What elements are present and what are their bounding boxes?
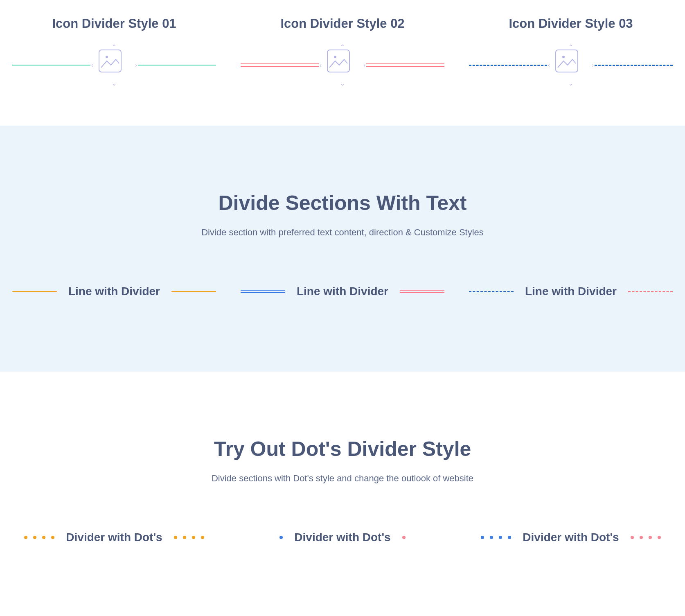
dot-icon <box>640 536 643 539</box>
dots-divider-section: Try Out Dot's Divider Style Divide secti… <box>0 372 685 569</box>
text-section-subtitle: Divide section with preferred text conte… <box>12 227 673 238</box>
dots-divider-row: Divider with Dot's Divider with Dot's <box>12 531 673 544</box>
text-divider-section: Divide Sections With Text Divide section… <box>0 126 685 372</box>
dot-icon <box>508 536 511 539</box>
chevron-down-icon: ⌄ <box>112 81 117 86</box>
text-divider-label: Line with Divider <box>525 285 617 298</box>
dot-icon <box>51 536 54 539</box>
text-divider-1: Line with Divider <box>12 285 216 298</box>
divider-line <box>595 65 673 66</box>
dots-divider-2: Divider with Dot's <box>241 531 444 544</box>
divider-line <box>12 65 90 65</box>
divider-line <box>241 290 285 293</box>
divider-line <box>469 291 514 292</box>
svg-point-3 <box>334 56 336 58</box>
icon-divider-1: ⌃ ⌄ ‹ › <box>12 50 216 81</box>
icon-divider-3: ⌃ ⌄ ‹ › <box>469 50 673 81</box>
svg-point-5 <box>562 56 565 58</box>
image-placeholder-icon[interactable]: ⌃ ⌄ ‹ › <box>555 50 586 81</box>
dot-icon <box>658 536 661 539</box>
svg-point-1 <box>106 56 108 58</box>
divider-line <box>171 291 216 292</box>
dot-icon <box>33 536 36 539</box>
chevron-left-icon: ‹ <box>320 62 322 68</box>
dots-right <box>174 536 204 539</box>
text-section-title: Divide Sections With Text <box>12 191 673 215</box>
icon-divider-col-2: Icon Divider Style 02 ⌃ ⌄ ‹ › <box>241 16 444 81</box>
dot-icon <box>24 536 27 539</box>
dot-icon <box>499 536 502 539</box>
icon-divider-col-3: Icon Divider Style 03 ⌃ ⌄ ‹ › <box>469 16 673 81</box>
chevron-down-icon: ⌄ <box>568 81 573 86</box>
text-divider-label: Line with Divider <box>297 285 388 298</box>
dots-right <box>631 536 661 539</box>
dot-icon <box>481 536 484 539</box>
dot-icon <box>402 536 406 539</box>
dots-right <box>402 536 406 539</box>
dot-icon <box>192 536 195 539</box>
icon-divider-2: ⌃ ⌄ ‹ › <box>241 50 444 81</box>
chevron-up-icon: ⌃ <box>568 44 573 50</box>
text-divider-row: Line with Divider Line with Divider Line… <box>12 285 673 298</box>
divider-line <box>628 291 673 292</box>
chevron-down-icon: ⌄ <box>340 81 345 86</box>
dots-divider-label: Divider with Dot's <box>523 531 619 544</box>
dots-left <box>279 536 283 539</box>
dots-divider-1: Divider with Dot's <box>12 531 216 544</box>
divider-line <box>366 63 444 67</box>
dots-left <box>24 536 54 539</box>
image-placeholder-icon[interactable]: ⌃ ⌄ ‹ › <box>327 50 358 81</box>
dots-divider-3: Divider with Dot's <box>469 531 673 544</box>
dots-section-title: Try Out Dot's Divider Style <box>12 437 673 461</box>
image-placeholder-icon[interactable]: ⌃ ⌄ ‹ › <box>99 50 130 81</box>
icon-divider-title-1: Icon Divider Style 01 <box>52 16 176 31</box>
svg-rect-0 <box>99 50 121 72</box>
icon-divider-row: Icon Divider Style 01 ⌃ ⌄ ‹ › <box>12 16 673 81</box>
icon-divider-section: Icon Divider Style 01 ⌃ ⌄ ‹ › <box>0 0 685 126</box>
divider-line <box>400 290 444 293</box>
chevron-left-icon: ‹ <box>91 62 93 68</box>
divider-line <box>12 291 57 292</box>
dot-icon <box>649 536 652 539</box>
chevron-up-icon: ⌃ <box>340 44 345 50</box>
dots-divider-label: Divider with Dot's <box>66 531 162 544</box>
dot-icon <box>183 536 186 539</box>
chevron-right-icon: › <box>592 62 594 68</box>
icon-divider-title-3: Icon Divider Style 03 <box>509 16 633 31</box>
chevron-up-icon: ⌃ <box>112 44 117 50</box>
dots-divider-label: Divider with Dot's <box>294 531 390 544</box>
dot-icon <box>42 536 45 539</box>
text-divider-2: Line with Divider <box>241 285 444 298</box>
dot-icon <box>279 536 283 539</box>
dot-icon <box>201 536 204 539</box>
dot-icon <box>490 536 493 539</box>
svg-rect-2 <box>327 50 349 72</box>
chevron-left-icon: ‹ <box>548 62 550 68</box>
divider-line <box>241 63 319 67</box>
svg-rect-4 <box>556 50 578 72</box>
chevron-right-icon: › <box>363 62 365 68</box>
divider-line <box>469 65 547 66</box>
text-divider-label: Line with Divider <box>68 285 160 298</box>
dots-section-subtitle: Divide sections with Dot's style and cha… <box>12 473 673 484</box>
icon-divider-col-1: Icon Divider Style 01 ⌃ ⌄ ‹ › <box>12 16 216 81</box>
dot-icon <box>174 536 177 539</box>
dots-left <box>481 536 511 539</box>
text-divider-3: Line with Divider <box>469 285 673 298</box>
dot-icon <box>631 536 634 539</box>
chevron-right-icon: › <box>135 62 137 68</box>
icon-divider-title-2: Icon Divider Style 02 <box>280 16 404 31</box>
divider-line <box>138 65 216 65</box>
